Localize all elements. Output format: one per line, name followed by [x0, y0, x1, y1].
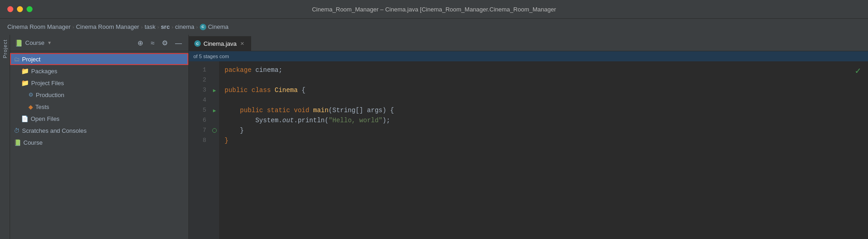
tree-item-packages-label: Packages	[31, 68, 57, 75]
gear-icon-production: ⚙	[28, 92, 33, 98]
breadcrumb-item-1[interactable]: Cinema Room Manager	[7, 23, 71, 30]
tree-item-project[interactable]: 🗂 Project	[10, 53, 188, 65]
java-tab-icon: C	[194, 40, 201, 47]
code-line-1: package cinema;	[225, 65, 863, 75]
tree-item-production-label: Production	[36, 92, 64, 98]
tree-item-open-files[interactable]: 📄 Open Files	[10, 113, 188, 125]
code-line-6: System.out.println("Hello, world");	[225, 115, 863, 125]
breadcrumb-sep-2: ›	[141, 24, 143, 30]
tree-view: 🗂 Project 📁 Packages 📁 Project Files ⚙ P…	[10, 51, 188, 239]
close-button[interactable]	[7, 6, 13, 12]
project-sidebar-tab[interactable]: Project	[0, 35, 10, 239]
settings-button[interactable]: ⚙	[160, 38, 170, 48]
run-arrow-5[interactable]: ▶	[213, 108, 216, 114]
code-line-5: public static void main(String[] args) {	[225, 105, 863, 115]
code-line-3: public class Cinema {	[225, 85, 863, 95]
maximize-button[interactable]	[27, 6, 33, 12]
progress-strip: of 5 stages com	[189, 51, 868, 61]
gutter-row-4	[210, 95, 219, 105]
tree-item-tests[interactable]: ◆ Tests	[10, 101, 188, 113]
window-controls	[7, 6, 33, 12]
gutter-row-7	[210, 125, 219, 136]
code-editor[interactable]: 1 2 3 4 5 6 7 8 ▶ ▶	[189, 61, 868, 239]
code-line-2	[225, 75, 863, 85]
gutter-row-8	[210, 136, 219, 146]
book-icon: 📗	[15, 39, 22, 47]
gutter-row-6	[210, 115, 219, 125]
file-icon-open-files: 📄	[21, 115, 28, 122]
tab-cinema-java[interactable]: C Cinema.java ✕	[189, 36, 251, 51]
hide-button[interactable]: —	[173, 38, 184, 48]
tree-item-scratches-label: Scratches and Consoles	[22, 127, 87, 134]
breadcrumb-item-5[interactable]: cinema	[175, 23, 194, 30]
tree-item-tests-label: Tests	[35, 103, 49, 110]
breadcrumb-item-6[interactable]: Cinema	[208, 23, 229, 30]
editor-area: C Cinema.java ✕ of 5 stages com 1 2 3 4 …	[189, 35, 868, 239]
tab-bar: C Cinema.java ✕	[189, 35, 868, 51]
main-layout: Project 📗 Course ▼ ⊕ ≈ ⚙ — 🗂 Project 📁 P	[0, 35, 868, 239]
code-line-4	[225, 95, 863, 105]
tree-item-course-label: Course	[23, 139, 43, 146]
breadcrumb: Cinema Room Manager › Cinema Room Manage…	[0, 18, 868, 35]
gutter-row-1	[210, 65, 219, 75]
minimize-button[interactable]	[17, 6, 23, 12]
tree-item-production[interactable]: ⚙ Production	[10, 89, 188, 101]
tree-item-project-files-label: Project Files	[31, 80, 64, 87]
progress-text: of 5 stages com	[189, 54, 229, 59]
dropdown-arrow-icon: ▼	[47, 40, 52, 45]
diamond-icon-tests: ◆	[28, 103, 33, 110]
titlebar: Cinema_Room_Manager – Cinema.java [Cinem…	[0, 0, 868, 18]
breadcrumb-item-2[interactable]: Cinema Room Manager	[76, 23, 139, 30]
breadcrumb-item-4[interactable]: src	[161, 23, 170, 30]
panel-title-label: Course	[25, 39, 44, 46]
collapse-button[interactable]: ≈	[149, 38, 156, 48]
breadcrumb-sep-5: ›	[196, 24, 198, 30]
folder-open-icon: 🗂	[14, 56, 20, 63]
gutter-row-5: ▶	[210, 105, 219, 115]
folder-icon-project-files: 📁	[21, 79, 29, 87]
tab-label-cinema-java: Cinema.java	[203, 40, 236, 47]
checkmark-indicator: ✓	[855, 65, 861, 76]
window-title: Cinema_Room_Manager – Cinema.java [Cinem…	[9, 6, 859, 13]
scratch-icon: ⏱	[14, 127, 20, 134]
breadcrumb-sep-4: ›	[171, 24, 173, 30]
breadcrumb-item-3[interactable]: task	[144, 23, 155, 30]
gutter-row-3: ▶	[210, 85, 219, 95]
breadcrumb-sep-1: ›	[72, 24, 74, 30]
panel-toolbar: 📗 Course ▼ ⊕ ≈ ⚙ —	[10, 35, 188, 51]
editor-gutter: ▶ ▶	[210, 61, 219, 239]
left-panel: 📗 Course ▼ ⊕ ≈ ⚙ — 🗂 Project 📁 Packages	[10, 35, 189, 239]
book-icon-course: 📗	[14, 139, 21, 146]
toolbar-title: 📗 Course ▼	[15, 39, 132, 47]
tree-item-packages[interactable]: 📁 Packages	[10, 65, 188, 77]
gutter-row-2	[210, 75, 219, 85]
folder-icon-packages: 📁	[21, 67, 29, 75]
tree-item-open-files-label: Open Files	[31, 115, 60, 122]
code-line-8: }	[225, 136, 863, 146]
code-content[interactable]: package cinema; public class Cinema { pu…	[219, 61, 868, 239]
sidebar-tab-label: Project	[2, 39, 8, 58]
line-numbers: 1 2 3 4 5 6 7 8	[189, 61, 210, 239]
code-line-7: }	[225, 125, 863, 136]
tab-close-button[interactable]: ✕	[239, 40, 245, 47]
tree-item-project-label: Project	[22, 56, 40, 63]
add-button[interactable]: ⊕	[136, 38, 145, 48]
tree-item-scratches[interactable]: ⏱ Scratches and Consoles	[10, 125, 188, 136]
tree-item-course[interactable]: 📗 Course	[10, 136, 188, 148]
checkmark-icon: ✓	[855, 66, 861, 76]
breakpoint-7[interactable]	[212, 128, 217, 133]
tree-item-project-files[interactable]: 📁 Project Files	[10, 77, 188, 89]
run-arrow-3[interactable]: ▶	[213, 87, 216, 93]
java-icon-breadcrumb: C	[200, 24, 206, 30]
breadcrumb-sep-3: ›	[157, 24, 159, 30]
